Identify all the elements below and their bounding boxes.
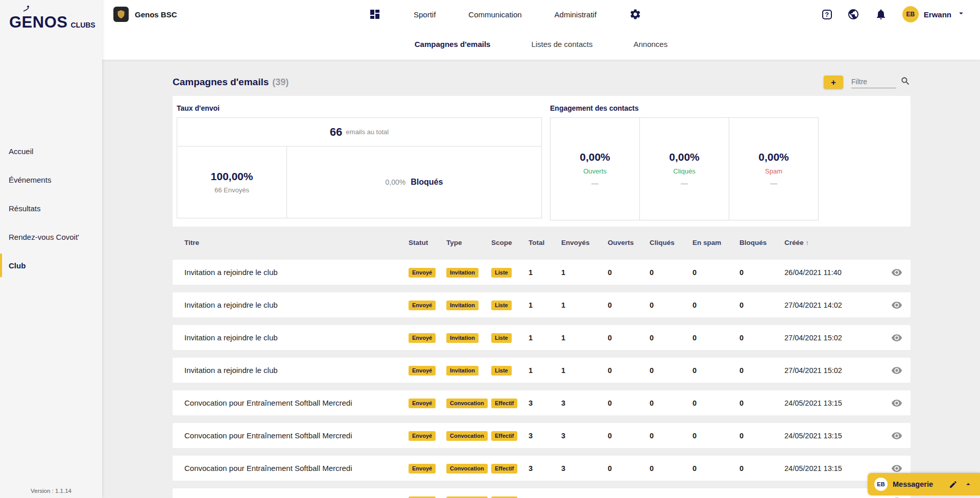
column-header-total[interactable]: Total — [529, 239, 561, 246]
subnav: Campagnes d'emails Listes de contacts An… — [102, 29, 980, 60]
table-row[interactable]: Convocation pour Entraînement Softball M… — [173, 423, 911, 448]
scope-cell: Effectif — [491, 496, 529, 498]
column-header-bloqu-s[interactable]: Bloqués — [739, 239, 784, 246]
sidebar-item-resultats[interactable]: Résultats — [0, 194, 102, 222]
column-header-statut[interactable]: Statut — [409, 239, 446, 246]
messagerie-dock[interactable]: EB Messagerie — [868, 473, 980, 495]
status-cell: Envoyé — [409, 267, 446, 278]
engagement-value: 0,00% — [669, 151, 700, 163]
globe-icon[interactable] — [847, 8, 859, 20]
sidebar-item-label: Accueil — [9, 147, 33, 156]
nav-item-administratif[interactable]: Administratif — [555, 10, 597, 19]
table-row[interactable]: Invitation a rejoindre le clubEnvoyéInvi… — [173, 260, 911, 285]
scope-cell: Effectif — [491, 398, 529, 408]
column-header-scope[interactable]: Scope — [491, 239, 529, 246]
column-header-en-spam[interactable]: En spam — [692, 239, 739, 246]
sent-cell: 3 — [561, 464, 608, 472]
type-badge: Invitation — [446, 268, 479, 278]
column-header-ouverts[interactable]: Ouverts — [608, 239, 650, 246]
view-campaign-button[interactable] — [891, 300, 902, 311]
send-rate-card: 66 emails au total 100,00% 66 Envoyés 0,… — [177, 117, 542, 218]
club-crest-icon — [113, 7, 129, 22]
user-menu[interactable]: EB Erwann — [902, 6, 966, 22]
club-selector[interactable]: Genos BSC — [113, 7, 282, 22]
pencil-icon[interactable] — [949, 480, 958, 489]
table-row[interactable]: Invitation a rejoindre le clubEnvoyéInvi… — [173, 325, 911, 350]
clicked-cell: 0 — [650, 334, 692, 342]
sidebar-item-rendez-vous-covoit[interactable]: Rendez-vous Covoit' — [0, 222, 102, 251]
view-campaign-button[interactable] — [891, 267, 902, 278]
view-campaign-button[interactable] — [891, 495, 902, 498]
clicked-cell: 0 — [650, 268, 692, 277]
filter-input[interactable] — [851, 77, 896, 88]
table-row[interactable]: Convocation pour Entraînement Softball M… — [173, 390, 911, 415]
column-header-cr-e[interactable]: Créée↑ — [784, 239, 875, 246]
main-nav: Sportif Communication Administratif — [369, 8, 641, 20]
column-header-cliqu-s[interactable]: Cliqués — [650, 239, 692, 246]
gear-icon[interactable] — [629, 8, 641, 20]
head-actions: + — [824, 76, 911, 89]
opened-cell: 0 — [608, 301, 650, 309]
topbar-primary-row: Genos BSC Sportif Communication Administ… — [102, 0, 980, 29]
scope-badge: Liste — [491, 268, 512, 278]
search-icon[interactable] — [900, 76, 911, 88]
blocked-cell: 0 — [739, 301, 784, 309]
app-logo[interactable]: GENOS CLUBS — [0, 0, 102, 32]
sent-cell: 1 — [561, 268, 608, 277]
tab-listes-contacts[interactable]: Listes de contacts — [531, 40, 592, 48]
add-campaign-button[interactable]: + — [824, 76, 843, 89]
nav-item-sportif[interactable]: Sportif — [414, 10, 436, 19]
created-cell: 27/04/2021 14:02 — [784, 301, 875, 309]
sidebar-item-club[interactable]: Club — [0, 251, 102, 280]
view-campaign-button[interactable] — [891, 463, 902, 474]
messagerie-icons — [949, 480, 973, 489]
table-row[interactable]: Convocation pour Entraînement Softball M… — [173, 488, 911, 498]
status-badge: Envoyé — [409, 431, 436, 441]
table-row[interactable]: Invitation a rejoindre le clubEnvoyéInvi… — [173, 358, 911, 383]
action-cell — [875, 463, 902, 474]
dashboard-icon[interactable] — [369, 8, 381, 20]
type-cell: Convocation — [446, 398, 491, 408]
status-badge: Envoyé — [409, 399, 436, 408]
sent-cell: 1 — [561, 334, 608, 342]
column-header-envoy-s[interactable]: Envoyés — [561, 239, 608, 246]
status-badge: Envoyé — [409, 496, 436, 498]
blocked-label: Bloqués — [411, 178, 443, 187]
messagerie-avatar: EB — [874, 478, 888, 491]
engagement-title: Engagement des contacts — [550, 104, 819, 112]
table-body: Invitation a rejoindre le clubEnvoyéInvi… — [173, 260, 911, 498]
view-campaign-button[interactable] — [891, 332, 902, 343]
engagement-placeholder: — — [681, 179, 688, 187]
tab-campagnes-emails[interactable]: Campagnes d'emails — [415, 40, 491, 48]
chevron-up-icon[interactable] — [964, 480, 973, 489]
clicked-cell: 0 — [650, 301, 692, 309]
tab-annonces[interactable]: Annonces — [633, 40, 667, 48]
campaign-title: Convocation pour Entraînement Softball M… — [184, 431, 409, 440]
total-cell: 1 — [529, 301, 561, 309]
help-icon[interactable]: ? — [822, 10, 832, 19]
sidebar-item-accueil[interactable]: Accueil — [0, 137, 102, 165]
spam-cell: 0 — [692, 268, 739, 277]
created-cell: 24/05/2021 13:15 — [784, 464, 875, 472]
table-row[interactable]: Invitation a rejoindre le clubEnvoyéInvi… — [173, 292, 911, 317]
sort-ascending-icon: ↑ — [806, 239, 809, 246]
table-row[interactable]: Convocation pour Entraînement Softball M… — [173, 456, 911, 481]
column-header-type[interactable]: Type — [446, 239, 491, 246]
column-header-titre[interactable]: Titre — [184, 239, 409, 246]
bell-icon[interactable] — [875, 8, 887, 20]
nav-item-communication[interactable]: Communication — [468, 10, 521, 19]
status-badge: Envoyé — [409, 366, 436, 376]
view-campaign-button[interactable] — [891, 397, 902, 409]
sidebar-item-evenements[interactable]: Événements — [0, 165, 102, 194]
scope-cell: Liste — [491, 333, 529, 343]
sidebar-item-label: Rendez-vous Covoit' — [9, 233, 79, 241]
type-badge: Invitation — [446, 366, 479, 376]
scope-badge: Liste — [491, 333, 512, 343]
blocked-cell: 0 — [739, 432, 784, 440]
spam-cell: 0 — [692, 432, 739, 440]
scope-badge: Liste — [491, 301, 512, 310]
scope-cell: Effectif — [491, 431, 529, 441]
engagement-placeholder: — — [770, 179, 777, 187]
view-campaign-button[interactable] — [891, 365, 902, 376]
view-campaign-button[interactable] — [891, 430, 902, 441]
